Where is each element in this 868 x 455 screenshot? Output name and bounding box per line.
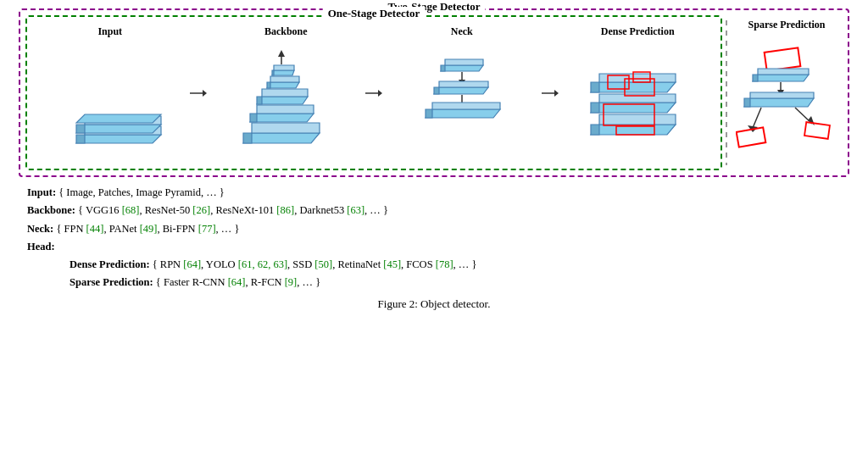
svg-marker-21 xyxy=(272,70,294,75)
input-section: Input xyxy=(32,22,188,164)
sparse-pred-annotation: Sparse Prediction: { Faster R-CNN [64], … xyxy=(70,274,841,291)
two-stage-box: Two-Stage Detector One-Stage Detector In… xyxy=(19,8,849,177)
svg-marker-15 xyxy=(257,97,308,104)
svg-marker-65 xyxy=(750,92,814,98)
svg-marker-69 xyxy=(808,116,815,125)
svg-marker-4 xyxy=(76,125,85,133)
svg-marker-40 xyxy=(432,103,500,109)
sparse-prediction-diagram xyxy=(736,35,837,153)
svg-marker-18 xyxy=(267,82,299,88)
svg-marker-10 xyxy=(243,133,252,143)
svg-marker-25 xyxy=(278,50,285,57)
svg-marker-9 xyxy=(243,133,320,143)
svg-marker-3 xyxy=(76,125,161,133)
one-stage-label: One-Stage Detector xyxy=(323,7,426,20)
svg-marker-1 xyxy=(76,135,85,143)
svg-marker-20 xyxy=(270,76,299,82)
svg-marker-6 xyxy=(76,114,161,123)
svg-marker-58 xyxy=(753,75,809,81)
input-diagram xyxy=(55,42,165,160)
svg-rect-57 xyxy=(765,47,801,70)
svg-rect-71 xyxy=(804,122,830,139)
svg-marker-8 xyxy=(203,90,207,97)
svg-line-66 xyxy=(753,108,761,128)
svg-marker-11 xyxy=(252,123,320,133)
svg-marker-29 xyxy=(441,65,445,71)
backbone-title: Backbone xyxy=(264,25,308,38)
sparse-prediction-section: Sparse Prediction xyxy=(731,15,843,170)
svg-marker-44 xyxy=(591,125,599,135)
svg-marker-49 xyxy=(591,82,676,92)
figure-caption: Figure 2: Object detector. xyxy=(378,297,491,311)
dense-pred-annotation: Dense Prediction: { RPN [64], YOLO [61, … xyxy=(70,256,841,274)
svg-rect-70 xyxy=(737,127,766,147)
svg-marker-59 xyxy=(753,75,758,81)
svg-marker-50 xyxy=(591,82,599,92)
svg-marker-39 xyxy=(426,109,432,118)
arrow-backbone-neck xyxy=(364,22,384,164)
svg-marker-12 xyxy=(250,114,314,122)
svg-marker-64 xyxy=(744,98,750,107)
svg-marker-16 xyxy=(257,97,262,104)
svg-marker-28 xyxy=(441,65,483,71)
neck-section: Neck xyxy=(384,22,540,164)
svg-marker-23 xyxy=(274,65,294,70)
figure-container: Two-Stage Detector One-Stage Detector In… xyxy=(19,8,849,311)
neck-annotation: Neck: { FPN [44], PANet [49], Bi-FPN [77… xyxy=(27,220,841,238)
head-label: Head: xyxy=(27,238,841,256)
input-annotation: Input: { Image, Patches, Image Pyramid, … xyxy=(27,184,841,202)
annotations: Input: { Image, Patches, Image Pyramid, … xyxy=(19,184,849,292)
backbone-diagram xyxy=(235,42,337,160)
svg-marker-60 xyxy=(758,69,809,75)
dense-prediction-title: Dense Prediction xyxy=(601,25,675,38)
svg-marker-38 xyxy=(426,109,500,118)
arrow-input-backbone xyxy=(188,22,209,164)
neck-diagram xyxy=(415,42,509,160)
svg-marker-30 xyxy=(445,59,483,65)
svg-marker-0 xyxy=(76,135,161,143)
backbone-section: Backbone xyxy=(209,22,364,164)
neck-title: Neck xyxy=(451,25,473,38)
sparse-prediction-title: Sparse Prediction xyxy=(748,19,826,31)
svg-marker-22 xyxy=(272,70,274,75)
svg-marker-33 xyxy=(434,87,488,94)
backbone-annotation: Backbone: { VGG16 [68], ResNet-50 [26], … xyxy=(27,202,841,219)
svg-marker-35 xyxy=(439,81,488,87)
one-stage-box: One-Stage Detector Input xyxy=(25,15,722,170)
dense-prediction-section: Dense Prediction xyxy=(560,22,716,164)
dense-prediction-diagram xyxy=(582,42,693,160)
svg-marker-13 xyxy=(250,114,257,122)
svg-marker-42 xyxy=(554,90,559,97)
svg-marker-27 xyxy=(378,90,382,97)
svg-marker-47 xyxy=(591,103,599,113)
svg-marker-17 xyxy=(262,89,308,97)
svg-marker-63 xyxy=(744,98,814,107)
svg-marker-14 xyxy=(257,105,314,114)
svg-marker-45 xyxy=(599,114,676,125)
arrow-neck-dense xyxy=(540,22,560,164)
svg-marker-19 xyxy=(267,82,270,88)
svg-marker-34 xyxy=(434,87,439,94)
stage-divider xyxy=(726,20,727,165)
input-title: Input xyxy=(97,25,122,38)
